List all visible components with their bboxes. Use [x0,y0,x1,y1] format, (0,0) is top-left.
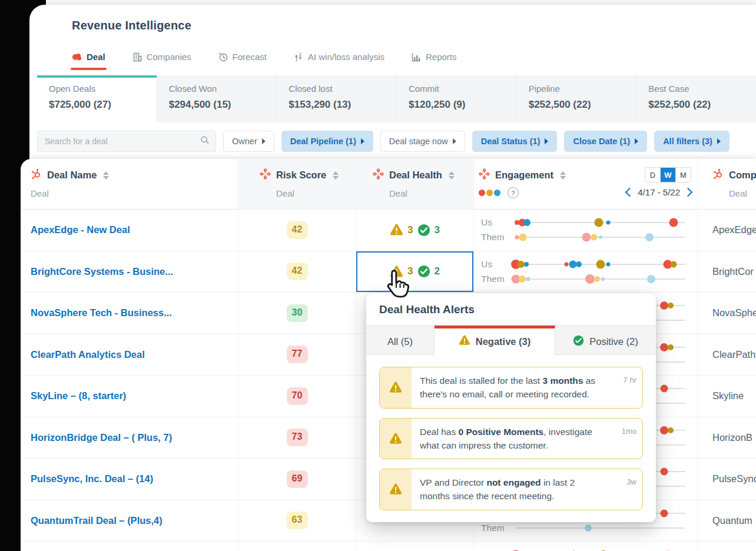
sort-icon[interactable] [560,171,566,180]
tab-companies[interactable]: Companies [132,52,191,70]
company-cell: Quantum [698,500,756,542]
engagement-cell: UsThem [474,251,698,293]
deal-link[interactable]: ApexEdge - New Deal [31,224,130,235]
period-week-button[interactable]: W [660,168,675,182]
engagement-dot [599,235,602,239]
engagement-dot [606,262,610,266]
check-icon [417,265,430,278]
popup-tab-all[interactable]: All (5) [366,326,435,355]
alert-card[interactable]: This deal is stalled for the last 3 mont… [379,367,643,409]
engagement-dot [660,301,668,310]
forecast-icon [218,52,228,62]
alert-card[interactable]: Deal has 0 Positive Moments, investigate… [379,418,643,460]
sort-icon[interactable] [333,171,339,180]
deal-health-cell[interactable]: 32 [356,251,474,293]
warning-icon [380,367,412,408]
column-risk-score[interactable]: Risk Score Deal [238,159,356,209]
card-pipeline[interactable]: Pipeline $252,500 (22) [516,75,636,122]
card-label: Pipeline [529,84,636,94]
engagement-us-label: Us [481,259,515,270]
popup-tabs: All (5) Negative (3) Positive (2) [366,326,656,355]
deal-search [37,131,216,152]
engagement-us-timeline[interactable] [515,217,685,228]
engagement-dot [660,385,668,393]
search-input[interactable] [44,136,200,147]
tab-forecast[interactable]: Forecast [218,52,267,70]
engagement-us-timeline[interactable] [515,259,685,270]
deal-link[interactable]: NovaSphere Tech - Business... [31,307,172,318]
sort-icon[interactable] [449,171,455,180]
all-filters-button[interactable]: All filters (3) [654,131,730,152]
alert-text: This deal is stalled for the last 3 mont… [412,367,608,408]
chevron-right-icon [717,138,721,144]
warning-icon [380,419,412,459]
card-closed-lost[interactable]: Closed lost $153,290 (13) [276,75,396,122]
deal-health-cell[interactable] [356,542,474,551]
deal-link[interactable]: ClearPath Analytics Deal [31,349,145,360]
alert-text: Deal has 0 Positive Moments, investigate… [412,419,608,459]
column-deal-name[interactable]: Deal Name Deal [21,159,238,209]
engagement-them-timeline[interactable] [515,232,685,243]
filter-label: All filters (3) [663,137,712,146]
deal-name-cell: BrightCore Systems - Busine... [21,251,238,293]
engagement-them-timeline[interactable] [515,274,685,284]
popup-tab-negative[interactable]: Negative (3) [435,326,555,355]
deal-link[interactable]: QuantumTrail Deal – (Plus,4) [31,515,163,526]
alert-text: VP and Director not engaged in last 2 mo… [412,469,608,510]
card-value: $294,500 (15) [169,99,277,111]
tab-deal[interactable]: Deal [72,52,105,70]
column-engagement[interactable]: Engagement ? D W M [474,159,698,209]
risk-score-cell [238,542,356,551]
alert-card[interactable]: VP and Director not engaged in last 2 mo… [379,469,643,510]
close-date-filter[interactable]: Close Date (1) [564,131,647,152]
deal-link[interactable]: PulseSync, Inc. Deal – (14) [31,473,153,484]
company-cell: HorizonB [698,417,756,459]
deal-link[interactable]: BrightCore Systems - Busine... [31,266,173,277]
risk-score-cell: 70 [238,376,356,417]
deal-pipeline-filter[interactable]: Deal Pipeline (1) [281,131,373,152]
deal-link[interactable]: SkyLine – (8, starter) [31,390,126,401]
tab-ai-winloss[interactable]: AI win/loss analysis [294,52,384,70]
owner-filter[interactable]: Owner [223,131,274,152]
engagement-dot [582,233,591,242]
deal-link[interactable]: HorizonBridge Deal – ( Plus, 7) [31,432,172,443]
card-closed-won[interactable]: Closed Won $294,500 (15) [157,75,277,122]
engagement-dot [596,260,605,268]
period-month-button[interactable]: M [675,168,691,182]
engagement-dot [585,525,592,532]
card-best-case[interactable]: Best Case $252,500 (22) [636,75,756,122]
deal-name-cell: QuantumTrail Deal – (Plus,4) [21,500,238,542]
filter-label: Close Date (1) [573,137,630,146]
column-label: Deal Name [47,170,97,181]
card-label: Best Case [648,84,756,94]
engagement-them-label: Them [481,274,515,284]
engagement-them-timeline[interactable] [515,523,685,533]
column-deal-health[interactable]: Deal Health Deal [356,159,474,209]
deal-name-cell: SkyLine – (8, starter) [21,376,238,417]
engagement-period-controls: D W M 4/17 - 5/22 [626,167,691,197]
engagement-dot [660,426,668,434]
prev-period-icon[interactable] [625,188,635,197]
period-day-button[interactable]: D [645,168,660,182]
card-label: Commit [409,84,516,94]
deal-stage-filter[interactable]: Deal stage now [380,131,465,152]
risk-score-badge: 70 [287,387,308,405]
sort-icon[interactable] [103,171,109,180]
deal-health-cell[interactable]: 33 [356,210,474,251]
engagement-dot [519,276,526,283]
help-icon[interactable]: ? [508,187,519,198]
risk-score-badge: 63 [287,512,308,529]
card-commit[interactable]: Commit $120,250 (9) [396,75,516,122]
deal-name-cell: ApexEdge - New Deal [21,210,238,251]
engagement-dot [594,218,603,227]
column-company[interactable]: Comp Deal [698,159,756,209]
tab-reports[interactable]: Reports [412,52,457,70]
deal-status-filter[interactable]: Deal Status (1) [472,131,558,152]
engagement-dot [564,262,568,266]
popup-tab-positive[interactable]: Positive (2) [555,326,656,355]
warning-icon [390,224,403,236]
card-open-deals[interactable]: Open Deals $725,000 (27) [37,75,157,122]
deal-name-cell [21,542,238,551]
chevron-right-icon [262,138,266,144]
next-period-icon[interactable] [684,188,693,197]
